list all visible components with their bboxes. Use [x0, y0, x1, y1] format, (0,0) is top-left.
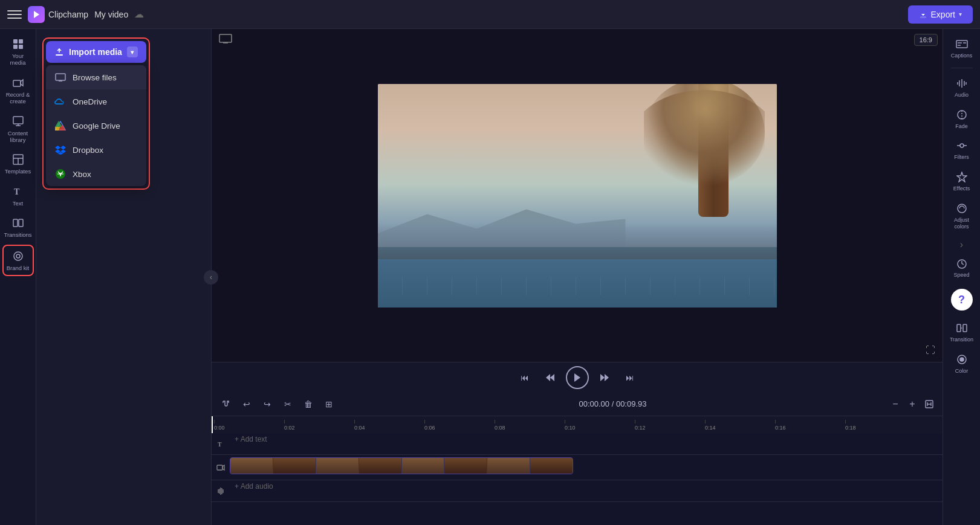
right-sidebar-adjust-colors[interactable]: Adjust colors — [946, 198, 978, 234]
video-title[interactable]: My video — [94, 10, 128, 19]
svg-rect-19 — [56, 54, 63, 56]
templates-icon — [11, 153, 25, 166]
export-icon — [919, 10, 927, 19]
right-sidebar-filters[interactable]: Filters — [946, 135, 978, 164]
redo-button[interactable]: ↪ — [259, 396, 276, 413]
panel-collapse-button[interactable]: ‹ — [204, 270, 218, 285]
playhead[interactable] — [212, 416, 213, 433]
video-track — [212, 455, 943, 480]
undo-button[interactable]: ↩ — [238, 396, 255, 413]
svg-rect-8 — [13, 117, 23, 124]
right-sidebar-captions[interactable]: Captions — [946, 34, 978, 63]
zoom-fit-button[interactable] — [922, 397, 936, 411]
transition-label: Transition — [950, 337, 973, 343]
svg-rect-50 — [957, 324, 961, 332]
right-sidebar-transition[interactable]: Transition — [946, 318, 978, 347]
import-arrow-icon: ▾ — [127, 47, 138, 57]
import-dropdown-menu: Browse files OneDrive Google Drive — [46, 65, 146, 186]
skip-forward-button[interactable]: ⏭ — [620, 368, 640, 387]
sidebar-label-your-media: Your media — [5, 53, 31, 66]
svg-text:T: T — [218, 441, 222, 448]
topbar: Clipchamp My video ☁ Export ▾ — [0, 0, 980, 29]
screen-icon — [219, 34, 232, 43]
fullscreen-icon[interactable]: ⛶ — [926, 345, 935, 356]
import-dropbox[interactable]: Dropbox — [46, 138, 146, 162]
clip-frame-1 — [230, 458, 273, 474]
text-icon: T — [11, 185, 25, 198]
right-sidebar: Captions Audio Fade Filters Effects — [943, 29, 980, 525]
sidebar-right-collapse[interactable]: › — [956, 239, 968, 251]
import-onedrive[interactable]: OneDrive — [46, 89, 146, 114]
svg-rect-2 — [13, 39, 18, 43]
svg-point-18 — [16, 254, 20, 258]
sidebar-label-record: Record & create — [5, 91, 31, 105]
right-sidebar-color[interactable]: Color — [946, 349, 978, 378]
right-sidebar-audio[interactable]: Audio — [946, 73, 978, 102]
sidebar-item-brand-kit[interactable]: Brand kit — [2, 245, 34, 276]
svg-marker-24 — [55, 121, 62, 127]
sidebar-item-record-create[interactable]: Record & create — [2, 72, 34, 109]
logo-icon — [28, 6, 45, 23]
add-text-button[interactable]: + Add text — [230, 435, 272, 443]
forward-icon — [600, 373, 609, 382]
gdrive-icon — [54, 120, 67, 132]
sidebar-label-text: Text — [13, 200, 23, 207]
sidebar-item-templates[interactable]: Templates — [2, 149, 34, 178]
svg-marker-31 — [574, 373, 580, 382]
preview-screen-btn[interactable] — [219, 34, 232, 46]
zoom-in-button[interactable]: + — [905, 397, 920, 411]
sidebar-label-content: Content library — [5, 130, 31, 144]
app-logo[interactable]: Clipchamp — [28, 6, 88, 23]
import-media-button[interactable]: Import media ▾ — [46, 41, 146, 63]
menu-icon[interactable] — [7, 7, 22, 22]
zoom-out-button[interactable]: − — [888, 397, 903, 411]
forward-button[interactable] — [595, 368, 614, 387]
center-area: 16:9 ⛶ ⏮ ⏭ ↩ ↪ — [212, 29, 943, 525]
cut-button[interactable]: ✂ — [279, 396, 296, 413]
sidebar-item-content-library[interactable]: Content library — [2, 111, 34, 147]
magnet-tool[interactable] — [218, 396, 235, 413]
timeline-ruler[interactable]: 0:00 0:02 0:04 0:06 0:08 0:10 0:12 0:14 … — [212, 416, 943, 433]
ruler-mark-7: 0:14 — [705, 425, 775, 431]
rewind-button[interactable] — [540, 368, 560, 387]
adjust-colors-label: Adjust colors — [949, 217, 975, 230]
timeline-time-display: 00:00.00 / 00:09.93 — [341, 399, 884, 408]
speed-icon — [955, 257, 969, 270]
add-button[interactable]: ⊞ — [320, 396, 337, 413]
right-sidebar-speed[interactable]: Speed — [946, 253, 978, 282]
aspect-ratio-badge[interactable]: 16:9 — [914, 34, 938, 46]
sidebar-item-transitions[interactable]: Transitions — [2, 213, 34, 242]
camera-icon — [11, 76, 25, 89]
video-clip[interactable] — [230, 457, 573, 474]
preview-video — [378, 84, 777, 308]
export-button[interactable]: Export ▾ — [908, 5, 973, 24]
delete-button[interactable]: 🗑 — [300, 396, 317, 413]
filters-icon — [955, 139, 969, 152]
skip-back-button[interactable]: ⏮ — [515, 368, 534, 387]
audio-track-content[interactable]: + Add audio — [230, 480, 943, 501]
import-google-drive[interactable]: Google Drive — [46, 114, 146, 138]
text-track-icon: T — [217, 440, 224, 448]
import-browse-files[interactable]: Browse files — [46, 65, 146, 89]
text-track-content[interactable]: + Add text — [230, 433, 943, 454]
sidebar-item-your-media[interactable]: Your media — [2, 34, 34, 70]
import-xbox[interactable]: Xbox — [46, 162, 146, 186]
ruler-mark-4: 0:08 — [495, 425, 565, 431]
svg-rect-15 — [13, 219, 18, 227]
svg-rect-3 — [19, 39, 23, 43]
svg-rect-20 — [56, 74, 65, 80]
sidebar-item-text[interactable]: T Text — [2, 181, 34, 210]
add-audio-button[interactable]: + Add audio — [230, 482, 278, 491]
right-sidebar-fade[interactable]: Fade — [946, 105, 978, 134]
help-button[interactable]: ? — [951, 289, 973, 311]
play-button[interactable] — [566, 366, 589, 389]
sidebar-label-brand: Brand kit — [7, 265, 30, 271]
fade-icon — [955, 108, 969, 121]
ruler-mark-8: 0:16 — [775, 425, 845, 431]
svg-rect-1 — [920, 16, 926, 18]
clip-frame-3 — [316, 458, 359, 474]
sidebar-label-transitions: Transitions — [4, 231, 31, 238]
filters-label: Filters — [954, 154, 969, 161]
video-track-content — [230, 455, 943, 480]
right-sidebar-effects[interactable]: Effects — [946, 167, 978, 196]
